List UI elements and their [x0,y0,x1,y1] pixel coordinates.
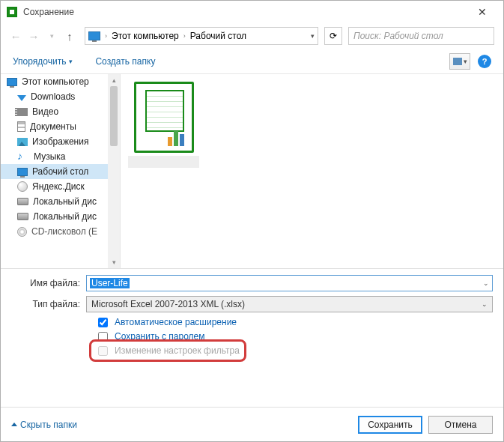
sidebar-item-documents[interactable]: Документы [1,119,120,134]
app-icon [7,7,17,17]
new-folder-label: Создать папку [95,56,155,67]
sidebar-item-music[interactable]: ♪Музыка [1,149,120,164]
refresh-button[interactable]: ⟳ [324,27,342,45]
sidebar-item-label: Видео [32,106,58,117]
checkbox-input [98,346,108,356]
scroll-down-icon[interactable]: ▾ [112,258,116,266]
nav-back-icon[interactable]: ← [10,30,22,43]
toolbar: Упорядочить ▾ Создать папку ▾ ? [1,49,503,74]
computer-icon [88,31,100,40]
new-folder-button[interactable]: Создать папку [95,56,155,67]
organize-menu[interactable]: Упорядочить ▾ [13,56,73,67]
chevron-up-icon [11,423,17,426]
filename-label: Имя файла: [11,278,86,288]
spreadsheet-icon [145,90,184,132]
scroll-thumb[interactable] [110,86,118,146]
chevron-down-icon[interactable]: ⌄ [483,279,489,287]
chevron-down-icon[interactable]: ⌄ [482,300,488,308]
sidebar-item-localdisk[interactable]: Локальный дис [1,194,120,209]
crumb-root[interactable]: Этот компьютер [112,31,179,41]
chart-icon [168,128,184,146]
help-button[interactable]: ? [478,55,491,68]
breadcrumb-dropdown[interactable]: ▾ [311,32,315,40]
title-bar: Сохранение ✕ [1,1,503,23]
sidebar-item-label: Музыка [34,151,65,162]
search-input[interactable]: Поиск: Рабочий стол [348,27,494,45]
hdd-icon [17,198,28,205]
sidebar-item-label: Документы [30,121,76,132]
nav-forward-icon: → [28,30,40,43]
sidebar-item-label: Локальный дис [33,196,97,207]
sidebar-item-images[interactable]: Изображения [1,134,120,149]
sidebar-item-desktop[interactable]: Рабочий стол [1,164,120,179]
chevron-right-icon[interactable]: › [183,32,186,40]
file-pane[interactable] [121,74,503,268]
sidebar-item-label: Локальный дис [33,211,97,222]
auto-extension-checkbox[interactable]: Автоматическое расширение [95,317,297,330]
filename-value: User-Life [90,278,130,288]
file-item[interactable] [134,82,194,153]
save-form: Имя файла: User-Life ⌄ Тип файла: Micros… [1,269,503,358]
sidebar-item-yandex[interactable]: Яндекс.Диск [1,179,120,194]
filename-input[interactable]: User-Life ⌄ [86,275,493,291]
crumb-current[interactable]: Рабочий стол [190,31,246,41]
hide-folders-button[interactable]: Скрыть папки [11,420,77,430]
nav-up-icon[interactable]: ↑ [64,30,76,43]
sidebar-item-label: Яндекс.Диск [32,181,85,192]
filetype-select[interactable]: Microsoft Excel 2007-2013 XML (.xlsx) ⌄ [86,296,493,312]
scroll-up-icon[interactable]: ▴ [112,76,116,84]
filter-settings-checkbox: Изменение настроек фильтра [95,345,297,358]
sidebar-item-label: Изображения [32,136,88,147]
desktop-icon [17,168,28,176]
hdd-icon [17,213,28,220]
button-label: Сохранить [368,420,413,430]
checkbox-input[interactable] [98,318,108,327]
sidebar-item-label: Downloads [31,91,75,102]
sidebar-item-label: Этот компьютер [22,76,89,87]
chevron-down-icon: ▾ [464,58,467,65]
breadcrumb[interactable]: › Этот компьютер › Рабочий стол ▾ [85,27,318,45]
cd-icon [17,227,27,237]
chevron-right-icon[interactable]: › [105,32,107,40]
save-button[interactable]: Сохранить [358,416,422,434]
sidebar-item-video[interactable]: Видео [1,104,120,119]
checkbox-label: Сохранить с паролем [115,331,204,342]
file-name-placeholder [128,156,199,168]
chevron-down-icon: ▾ [69,58,73,65]
image-icon [17,138,28,146]
sidebar-item-localdisk[interactable]: Локальный дис [1,209,120,224]
save-with-password-checkbox[interactable]: Сохранить с паролем [95,331,297,344]
organize-label: Упорядочить [13,56,66,67]
sidebar-item-label: Рабочий стол [32,166,88,177]
download-icon [17,95,26,101]
sidebar-item-label: CD-лисковол (E [31,226,97,237]
options-group: Автоматическое расширение Сохранить с па… [95,317,297,358]
music-icon: ♪ [17,151,29,162]
view-mode-button[interactable]: ▾ [449,53,470,70]
nav-row: ← → ▾ ↑ › Этот компьютер › Рабочий стол … [1,23,503,49]
sidebar: Этот компьютер Downloads Видео Документы… [1,74,121,268]
dialog-footer: Скрыть папки Сохранить Отмена [1,407,503,441]
filetype-value: Microsoft Excel 2007-2013 XML (.xlsx) [91,299,245,309]
search-placeholder: Поиск: Рабочий стол [353,31,443,41]
checkbox-input[interactable] [98,332,108,342]
document-icon [17,121,25,132]
video-icon [17,108,28,116]
filetype-label: Тип файла: [11,299,86,309]
close-icon[interactable]: ✕ [467,6,497,18]
sidebar-item-downloads[interactable]: Downloads [1,89,120,104]
cancel-button[interactable]: Отмена [428,416,493,434]
sidebar-item-cddrive[interactable]: CD-лисковол (E [1,224,120,239]
nav-recent-icon[interactable]: ▾ [46,32,58,40]
sidebar-item-computer[interactable]: Этот компьютер [1,74,120,89]
refresh-icon: ⟳ [330,31,337,41]
computer-icon [7,78,17,86]
checkbox-label: Автоматическое расширение [115,317,237,327]
button-label: Отмена [444,420,476,430]
checkbox-label: Изменение настроек фильтра [115,345,240,356]
sidebar-scrollbar[interactable]: ▴▾ [108,74,120,268]
hide-folders-label: Скрыть папки [20,420,77,430]
window-title: Сохранение [23,7,467,17]
view-icon [453,58,462,65]
yandex-disk-icon [17,181,28,192]
